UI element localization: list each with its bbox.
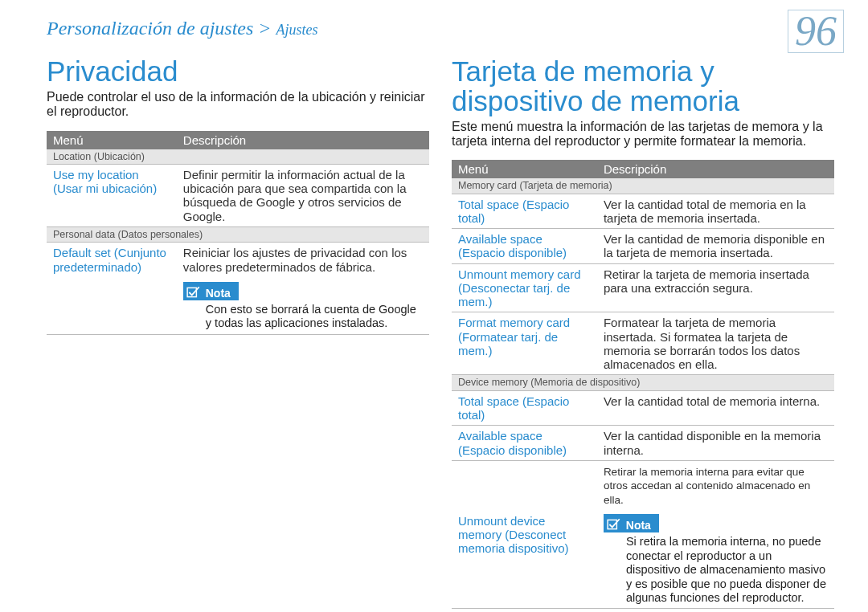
table-row: Format memory card (Formatear tarj. de m… (452, 312, 834, 375)
table-row: Available space (Espacio disponible) Ver… (452, 229, 834, 264)
desc-total-space-device: Ver la cantidad total de memoria interna… (597, 390, 834, 426)
breadcrumb-sub: Ajustes (276, 22, 318, 38)
menu-total-space-device: Total space (Espacio total) (452, 390, 597, 426)
desc-available-space-device: Ver la cantidad disponible en la memoria… (597, 426, 834, 461)
memory-table: Menú Descripción Memory card (Tarjeta de… (452, 160, 834, 609)
memory-title: Tarjeta de memoria y dispositivo de memo… (452, 57, 834, 116)
nota-label-text: Nota (206, 287, 231, 300)
th-desc: Descripción (597, 160, 834, 178)
category-personal-data: Personal data (Datos personales) (47, 226, 429, 242)
check-box-icon (607, 517, 621, 532)
left-column: Privacidad Puede controlar el uso de la … (47, 57, 429, 609)
menu-total-space-card: Total space (Espacio total) (452, 194, 597, 229)
menu-available-space-device: Available space (Espacio disponible) (452, 426, 597, 461)
table-header: Menú Descripción (47, 131, 429, 149)
desc-use-my-location: Definir permitir la información actual d… (177, 164, 429, 226)
th-menu: Menú (452, 160, 597, 178)
breadcrumb: Personalización de ajustes > Ajustes (47, 18, 834, 39)
table-row: Unmount memory card (Desconectar tarj. d… (452, 263, 834, 312)
table-row: Device memory (Memoria de dispositivo) (452, 375, 834, 390)
table-row: Total space (Espacio total) Ver la canti… (452, 390, 834, 426)
privacy-table: Menú Descripción Location (Ubicación) Us… (47, 131, 429, 335)
desc-default-set: Reiniciar los ajustes de privacidad con … (177, 243, 429, 334)
privacy-intro: Puede controlar el uso de la información… (47, 90, 429, 120)
right-column: Tarjeta de memoria y dispositivo de memo… (452, 57, 834, 609)
table-row: Unmount device memory (Desconect memoria… (452, 460, 834, 609)
desc-default-set-text: Reiniciar los ajustes de privacidad con … (183, 246, 407, 273)
desc-available-space-card: Ver la cantidad de memoria disponible en… (597, 229, 834, 264)
desc-total-space-card: Ver la cantidad total de memoria en la t… (597, 194, 834, 229)
category-memory-card: Memory card (Tarjeta de memoria) (452, 178, 834, 194)
memory-intro: Este menú muestra la información de las … (452, 120, 834, 149)
page-number: 96 (788, 10, 844, 53)
category-location: Location (Ubicación) (47, 149, 429, 165)
nota-box: Nota Con esto se borrará la cuenta de Go… (183, 282, 423, 331)
menu-use-my-location: Use my location (Usar mi ubicación) (47, 164, 177, 226)
table-row: Location (Ubicación) (47, 149, 429, 165)
th-desc: Descripción (177, 131, 429, 149)
privacy-title: Privacidad (47, 57, 429, 87)
breadcrumb-sep: > (258, 18, 271, 39)
desc-format-card: Formatear la tarjeta de memoria insertad… (597, 312, 834, 375)
nota-label: Nota (604, 514, 659, 532)
check-box-icon (186, 285, 201, 300)
desc-unmount-device-text: Retirar la memoria interna para evitar q… (604, 466, 810, 506)
nota-label: Nota (183, 282, 239, 300)
table-row: Memory card (Tarjeta de memoria) (452, 178, 834, 194)
category-device-memory: Device memory (Memoria de dispositivo) (452, 375, 834, 390)
th-menu: Menú (47, 131, 177, 149)
nota-label-text: Nota (626, 519, 651, 532)
menu-default-set: Default set (Cunjunto predeterminado) (47, 243, 177, 334)
desc-unmount-card: Retirar la tarjeta de memoria insertada … (597, 263, 834, 312)
nota-text: Con esto se borrará la cuenta de Google … (183, 300, 423, 331)
table-row: Total space (Espacio total) Ver la canti… (452, 194, 834, 229)
menu-available-space-card: Available space (Espacio disponible) (452, 229, 597, 264)
table-header: Menú Descripción (452, 160, 834, 178)
table-row: Available space (Espacio disponible) Ver… (452, 426, 834, 461)
nota-box: Nota Si retira la memoria interna, no pu… (604, 514, 828, 605)
menu-unmount-card: Unmount memory card (Desconectar tarj. d… (452, 263, 597, 312)
table-row: Default set (Cunjunto predeterminado) Re… (47, 243, 429, 334)
desc-unmount-device: Retirar la memoria interna para evitar q… (597, 460, 834, 609)
menu-format-card: Format memory card (Formatear tarj. de m… (452, 312, 597, 375)
table-row: Personal data (Datos personales) (47, 226, 429, 242)
menu-unmount-device: Unmount device memory (Desconect memoria… (452, 460, 597, 609)
nota-text: Si retira la memoria interna, no puede c… (604, 532, 828, 605)
breadcrumb-main: Personalización de ajustes (47, 18, 253, 39)
table-row: Use my location (Usar mi ubicación) Defi… (47, 164, 429, 226)
